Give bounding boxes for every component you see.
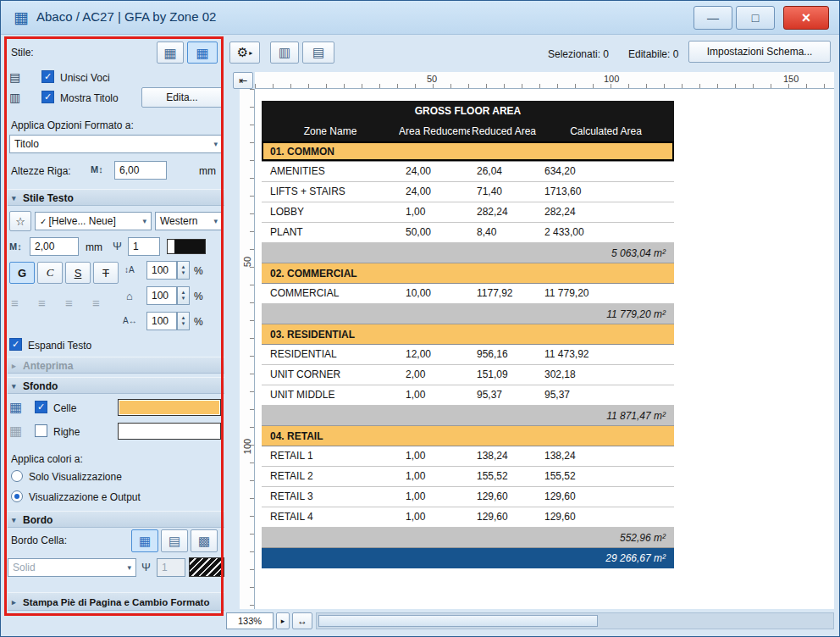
font-script-dropdown[interactable]: Western ▾ [155, 212, 223, 230]
field-format-button[interactable]: ▤ [302, 42, 334, 64]
insert-field-button[interactable]: ▥ [270, 42, 299, 64]
char-width-stepper[interactable]: ▲▼ [177, 286, 190, 305]
pen-color-swatch[interactable] [167, 239, 206, 254]
style-fancy-button[interactable]: ▦ [187, 42, 218, 64]
maximize-button[interactable]: □ [736, 6, 775, 30]
group-subtotal-row[interactable]: 11 779,20 m² [262, 304, 674, 324]
table-cell[interactable]: 71,40 [470, 182, 538, 202]
table-cell[interactable]: RETAIL 4 [262, 507, 399, 528]
expand-text-checkbox[interactable]: ✓ [9, 338, 22, 351]
fit-width-button[interactable]: ↔ [292, 612, 312, 629]
cells-fill-checkbox[interactable]: ✓ [35, 401, 47, 413]
group-subtotal-row[interactable]: 11 871,47 m² [262, 406, 674, 426]
column-header[interactable]: Reduced Area [470, 125, 538, 137]
radio-display-and-output[interactable] [11, 490, 23, 502]
table-cell[interactable]: UNIT MIDDLE [262, 385, 399, 406]
table-cell[interactable]: 129,60 [538, 507, 674, 528]
zoom-level[interactable]: 133% [226, 612, 274, 629]
minimize-button[interactable]: — [694, 6, 732, 30]
section-border[interactable]: ▾ Bordo [8, 511, 224, 528]
italic-button[interactable]: C [37, 262, 63, 284]
ruler-origin-button[interactable]: ⇤ [233, 72, 253, 89]
table-cell[interactable]: 1,00 [399, 385, 470, 406]
format-target-dropdown[interactable]: Titolo ▾ [9, 135, 223, 153]
merge-items-checkbox[interactable]: ✓ [41, 70, 54, 83]
line-type-dropdown[interactable]: Solid ▾ [8, 558, 136, 577]
border-horizontal-button[interactable]: ▤ [161, 529, 188, 552]
table-cell[interactable]: RETAIL 3 [262, 487, 399, 507]
table-cell[interactable]: 129,60 [538, 487, 674, 507]
section-footer-pagebreak[interactable]: ▸ Stampa Piè di Pagina e Cambio Formato [8, 592, 224, 611]
bold-button[interactable]: G [9, 262, 35, 284]
table-cell[interactable]: 129,60 [470, 487, 538, 507]
grand-total-row[interactable]: 29 266,67 m² [262, 548, 674, 568]
table-cell[interactable]: AMENITIES [262, 162, 399, 182]
table-cell[interactable]: 50,00 [399, 223, 470, 243]
table-cell[interactable]: PLANT [262, 223, 399, 243]
table-cell[interactable]: 11 779,20 [538, 284, 674, 304]
table-cell[interactable]: 138,24 [538, 446, 674, 467]
table-cell[interactable]: LIFTS + STAIRS [262, 182, 399, 202]
line-spacing-stepper[interactable]: ▲▼ [177, 261, 190, 280]
app-icon[interactable]: ▦ [11, 8, 31, 28]
close-button[interactable]: × [783, 6, 829, 30]
group-subtotal-row[interactable]: 5 063,04 m² [262, 243, 674, 263]
tracking-input[interactable]: 100 [146, 312, 177, 330]
horizontal-scrollbar[interactable] [316, 612, 834, 629]
edit-button[interactable]: Edita... [141, 87, 223, 108]
column-header[interactable]: Zone Name [262, 125, 399, 137]
table-cell[interactable]: 1,00 [399, 467, 470, 487]
char-width-input[interactable]: 100 [146, 286, 177, 305]
table-cell[interactable]: 11 473,92 [538, 345, 674, 365]
table-cell[interactable]: COMMERCIAL [262, 284, 399, 304]
underline-button[interactable]: S [65, 262, 91, 284]
line-spacing-input[interactable]: 100 [146, 261, 177, 280]
table-cell[interactable]: RETAIL 1 [262, 446, 399, 467]
cells-color-swatch[interactable] [118, 399, 221, 416]
table-cell[interactable]: 2 433,00 [538, 223, 674, 243]
table-cell[interactable]: 155,52 [470, 467, 538, 487]
group-header-row[interactable]: 03. RESIDENTIAL [262, 324, 674, 345]
section-background[interactable]: ▾ Sfondo [8, 377, 224, 394]
table-cell[interactable]: 1713,60 [538, 182, 674, 202]
scheme-settings-gear-button[interactable]: ⚙ ▸ [229, 42, 260, 64]
align-left-icon[interactable]: ≡ [11, 296, 19, 310]
zoom-menu-button[interactable]: ▸ [276, 612, 290, 629]
align-center-icon[interactable]: ≡ [38, 296, 46, 310]
scrollbar-thumb[interactable] [318, 615, 598, 627]
table-cell[interactable]: 1,00 [399, 507, 470, 528]
table-cell[interactable]: 95,37 [470, 385, 538, 406]
table-cell[interactable]: 282,24 [538, 202, 674, 223]
table-cell[interactable]: 12,00 [399, 345, 470, 365]
table-cell[interactable]: 24,00 [399, 182, 470, 202]
table-cell[interactable]: 26,04 [470, 162, 538, 182]
table-cell[interactable]: 151,09 [470, 365, 538, 385]
row-height-input[interactable]: 6,00 [114, 161, 167, 180]
table-cell[interactable]: 1,00 [399, 487, 470, 507]
border-pen-input[interactable]: 1 [157, 558, 185, 577]
table-cell[interactable]: 10,00 [399, 284, 470, 304]
rows-fill-checkbox[interactable] [35, 424, 47, 437]
scheme-settings-button[interactable]: Impostazioni Schema... [688, 41, 831, 63]
border-pen-swatch[interactable] [189, 557, 224, 577]
align-right-icon[interactable]: ≡ [65, 296, 73, 310]
table-cell[interactable]: 8,40 [470, 223, 538, 243]
radio-display-only[interactable] [11, 470, 23, 482]
table-cell[interactable]: 24,00 [399, 162, 470, 182]
table-cell[interactable]: 95,37 [538, 385, 674, 406]
table-cell[interactable]: RETAIL 2 [262, 467, 399, 487]
border-outline-button[interactable]: ▦ [131, 529, 158, 552]
border-grid-button[interactable]: ▩ [191, 529, 218, 552]
group-subtotal-row[interactable]: 552,96 m² [262, 528, 674, 548]
group-header-row[interactable]: 02. COMMERCIAL [262, 263, 674, 284]
section-preview[interactable]: ▸ Anteprima [8, 357, 224, 374]
table-cell[interactable]: LOBBY [262, 202, 399, 223]
table-cell[interactable]: RESIDENTIAL [262, 345, 399, 365]
section-text-style[interactable]: ▾ Stile Testo [8, 189, 224, 206]
table-cell[interactable]: 282,24 [470, 202, 538, 223]
table-cell[interactable]: 129,60 [470, 507, 538, 528]
table-cell[interactable]: 2,00 [399, 365, 470, 385]
tracking-stepper[interactable]: ▲▼ [177, 312, 190, 330]
style-plain-button[interactable]: ▦ [157, 42, 184, 64]
table-cell[interactable]: 1177,92 [470, 284, 538, 304]
